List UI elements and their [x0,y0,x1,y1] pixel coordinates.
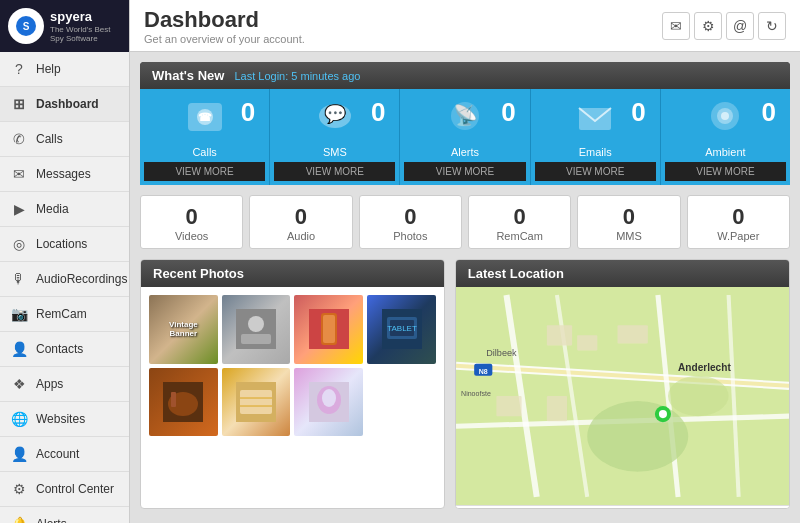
sec-stat-remcam: 0 RemCam [468,195,571,249]
sidebar-item-locations[interactable]: ◎ Locations [0,227,129,262]
settings-button[interactable]: ⚙ [694,12,722,40]
control-center-icon: ⚙ [10,481,28,497]
alerts-label: Alerts [451,146,479,158]
photo-5[interactable] [149,368,218,437]
sidebar-item-help[interactable]: ? Help [0,52,129,87]
mms-label: MMS [582,230,675,242]
wpaper-count: 0 [692,204,785,230]
last-login-text: Last Login: 5 minutes ago [234,70,360,82]
sidebar-item-messages[interactable]: ✉ Messages [0,157,129,192]
bottom-row: Recent Photos VintageBanner TABLET [140,259,790,509]
sms-count: 0 [371,97,385,128]
calls-view-more[interactable]: VIEW MORE [144,162,265,181]
sidebar-item-websites[interactable]: 🌐 Websites [0,402,129,437]
svg-text:Dilbeek: Dilbeek [486,348,517,358]
sms-stat-icon: 💬 [314,99,356,144]
calls-label: Calls [192,146,216,158]
sms-view-more[interactable]: VIEW MORE [274,162,395,181]
svg-rect-43 [547,325,572,345]
photo-1[interactable]: VintageBanner [149,295,218,364]
sidebar-label-messages: Messages [36,167,91,181]
photo-3[interactable] [294,295,363,364]
main-content: Dashboard Get an overview of your accoun… [130,0,800,523]
sidebar-label-locations: Locations [36,237,87,251]
sidebar-item-audiorecordings[interactable]: 🎙 AudioRecordings [0,262,129,297]
header-text: Dashboard Get an overview of your accoun… [144,7,305,45]
contacts-icon: 👤 [10,341,28,357]
refresh-button[interactable]: ↻ [758,12,786,40]
envelope-button[interactable]: ✉ [662,12,690,40]
photo-6[interactable] [222,368,291,437]
sidebar-item-apps[interactable]: ❖ Apps [0,367,129,402]
calls-stat-icon: ☎ [184,99,226,144]
svg-rect-44 [577,335,597,350]
stats-row: ☎ 0 Calls VIEW MORE 💬 0 SMS VIEW MORE [140,89,790,185]
page-title: Dashboard [144,7,305,33]
calls-count: 0 [241,97,255,128]
logo-circle: S [8,8,44,44]
mms-count: 0 [582,204,675,230]
logo: S spyera The World's Best Spy Software [0,0,129,52]
sidebar-item-contacts[interactable]: 👤 Contacts [0,332,129,367]
svg-text:💬: 💬 [324,103,347,125]
alerts-stat-icon: 📡 [444,99,486,144]
svg-rect-45 [617,325,647,343]
sidebar-item-control-center[interactable]: ⚙ Control Center [0,472,129,507]
at-button[interactable]: @ [726,12,754,40]
app-tagline: The World's Best Spy Software [50,25,121,43]
svg-rect-25 [171,392,176,407]
sidebar-label-help: Help [36,62,61,76]
sidebar-item-account[interactable]: 👤 Account [0,437,129,472]
remcam-label: RemCam [473,230,566,242]
photo-7[interactable] [294,368,363,437]
messages-icon: ✉ [10,166,28,182]
svg-text:TABLET: TABLET [387,324,417,333]
svg-text:N8: N8 [479,368,488,375]
sidebar-item-dashboard[interactable]: ⊞ Dashboard [0,87,129,122]
stat-emails: 0 Emails VIEW MORE [531,89,661,185]
stat-alerts: 📡 0 Alerts VIEW MORE [400,89,530,185]
whats-new-header: What's New Last Login: 5 minutes ago [140,62,790,89]
svg-text:S: S [23,21,30,32]
photo-2[interactable] [222,295,291,364]
secondary-stats-row: 0 Videos 0 Audio 0 Photos 0 RemCam 0 MMS… [140,195,790,249]
spyera-logo-icon: S [14,14,38,38]
sidebar-label-contacts: Contacts [36,342,83,356]
terms-link[interactable]: Terms of Use [644,508,697,509]
remcam-icon: 📷 [10,306,28,322]
map-container: Dilbeek Anderlecht Ninoofste N8 [456,287,789,505]
stat-sms: 💬 0 SMS VIEW MORE [270,89,400,185]
photo-4[interactable]: TABLET [367,295,436,364]
locations-icon: ◎ [10,236,28,252]
emails-count: 0 [631,97,645,128]
ambient-label: Ambient [705,146,745,158]
emails-view-more[interactable]: VIEW MORE [535,162,656,181]
sidebar-label-apps: Apps [36,377,63,391]
svg-text:📡: 📡 [453,103,478,127]
photos-grid: VintageBanner TABLET [141,287,444,444]
ambient-view-more[interactable]: VIEW MORE [665,162,786,181]
sec-stat-wpaper: 0 W.Paper [687,195,790,249]
remcam-count: 0 [473,204,566,230]
sms-label: SMS [323,146,347,158]
report-link[interactable]: Report a map error [705,508,781,509]
sidebar: S spyera The World's Best Spy Software ?… [0,0,130,523]
sidebar-item-media[interactable]: ▶ Media [0,192,129,227]
sidebar-item-calls[interactable]: ✆ Calls [0,122,129,157]
alerts-view-more[interactable]: VIEW MORE [404,162,525,181]
audio-label: Audio [254,230,347,242]
sidebar-item-alerts[interactable]: 🔔 Alerts [0,507,129,523]
google-logo: Google [464,508,498,509]
svg-point-12 [721,112,729,120]
page-subtitle: Get an overview of your account. [144,33,305,45]
sidebar-item-remcam[interactable]: 📷 RemCam [0,297,129,332]
logo-text-block: spyera The World's Best Spy Software [50,9,121,43]
media-icon: ▶ [10,201,28,217]
svg-rect-18 [323,315,335,343]
audio-count: 0 [254,204,347,230]
svg-text:Anderlecht: Anderlecht [678,362,731,373]
header-toolbar: ✉ ⚙ @ ↻ [662,12,786,40]
videos-count: 0 [145,204,238,230]
photos-count: 0 [364,204,457,230]
alerts-count: 0 [501,97,515,128]
